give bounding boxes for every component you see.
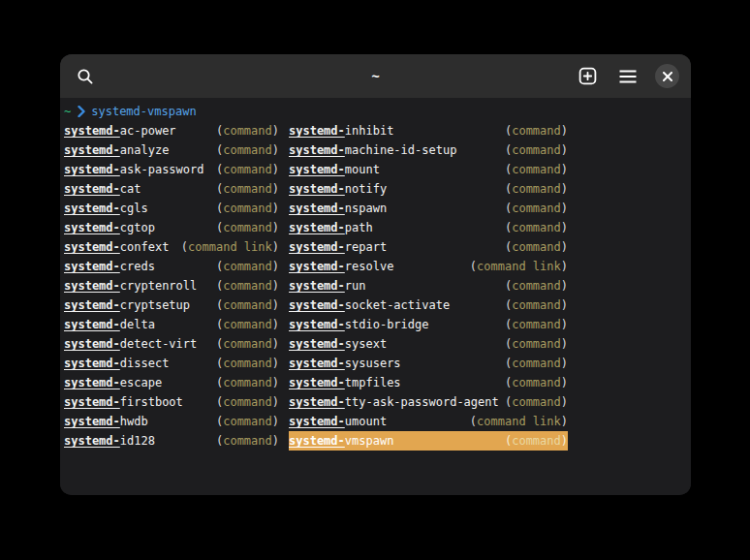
completion-item: systemd-repart(command) bbox=[289, 237, 568, 257]
typed-prefix: systemd- bbox=[289, 279, 345, 293]
close-paren: ) bbox=[272, 279, 279, 293]
completion-name: systemd-mount bbox=[289, 160, 380, 179]
annotation-label: command bbox=[223, 260, 272, 273]
completion-row: systemd-delta(command)systemd-stdio-brid… bbox=[64, 315, 691, 334]
annotation-label: command bbox=[223, 124, 272, 138]
completion-item: systemd-analyze(command) bbox=[64, 140, 279, 160]
completion-item: systemd-nspawn(command) bbox=[289, 199, 568, 218]
completion-row: systemd-id128(command)systemd-vmspawn(co… bbox=[64, 431, 691, 451]
command-suffix: mount bbox=[345, 163, 380, 176]
typed-prefix: systemd- bbox=[64, 337, 120, 351]
completion-annotation: (command) bbox=[505, 392, 568, 412]
close-paren: ) bbox=[272, 202, 279, 215]
completion-name: systemd-inhibit bbox=[289, 121, 393, 140]
prompt-chevron-icon bbox=[78, 106, 85, 117]
annotation-label: command bbox=[223, 415, 272, 428]
completion-name: systemd-tmpfiles bbox=[289, 373, 401, 392]
completion-annotation: (command) bbox=[216, 121, 279, 140]
completion-name: systemd-vmspawn bbox=[289, 431, 393, 451]
completion-name: systemd-resolve bbox=[289, 257, 393, 276]
command-suffix: analyze bbox=[120, 143, 170, 157]
completion-row: systemd-creds(command)systemd-resolve(co… bbox=[64, 257, 691, 276]
new-tab-button[interactable] bbox=[574, 63, 601, 90]
completion-annotation: (command) bbox=[505, 354, 568, 373]
completion-item: systemd-notify(command) bbox=[289, 179, 568, 199]
close-paren: ) bbox=[561, 240, 568, 254]
command-suffix: tty-ask-password-agent bbox=[345, 395, 499, 409]
completion-row: systemd-detect-virt(command)systemd-syse… bbox=[64, 334, 691, 354]
close-paren: ) bbox=[561, 143, 568, 157]
typed-prefix: systemd- bbox=[64, 124, 120, 138]
close-paren: ) bbox=[561, 163, 568, 176]
typed-prefix: systemd- bbox=[64, 415, 120, 428]
annotation-label: command bbox=[512, 124, 561, 138]
close-paren: ) bbox=[272, 337, 279, 351]
annotation-label: command link bbox=[477, 415, 561, 428]
completion-annotation: (command) bbox=[216, 354, 279, 373]
typed-prefix: systemd- bbox=[64, 395, 120, 409]
search-button[interactable] bbox=[72, 63, 99, 90]
command-suffix: sysusers bbox=[345, 357, 401, 370]
close-paren: ) bbox=[272, 163, 279, 176]
annotation-label: command bbox=[223, 337, 272, 351]
completion-name: systemd-ac-power bbox=[64, 121, 176, 140]
completion-name: systemd-machine-id-setup bbox=[289, 140, 456, 160]
completion-item: systemd-hwdb(command) bbox=[64, 412, 279, 431]
completion-name: systemd-repart bbox=[289, 237, 387, 257]
completion-item: systemd-sysusers(command) bbox=[289, 354, 568, 373]
completion-list: systemd-ac-power(command)systemd-inhibit… bbox=[64, 121, 691, 451]
completion-item: systemd-cryptsetup(command) bbox=[64, 296, 279, 315]
close-paren: ) bbox=[561, 124, 568, 138]
completion-item: systemd-creds(command) bbox=[64, 257, 279, 276]
close-button[interactable] bbox=[655, 64, 679, 88]
completion-item: systemd-confext(command link) bbox=[64, 237, 279, 257]
typed-prefix: systemd- bbox=[64, 202, 120, 215]
close-paren: ) bbox=[272, 143, 279, 157]
open-paren: ( bbox=[181, 240, 188, 254]
completion-name: systemd-dissect bbox=[64, 354, 169, 373]
typed-prefix: systemd- bbox=[64, 260, 120, 273]
typed-prefix: systemd- bbox=[289, 240, 345, 254]
menu-button[interactable] bbox=[614, 63, 641, 90]
search-icon bbox=[77, 68, 94, 85]
command-suffix: cgls bbox=[120, 202, 148, 215]
command-suffix: machine-id-setup bbox=[345, 143, 457, 157]
completion-name: systemd-nspawn bbox=[289, 199, 387, 218]
close-paren: ) bbox=[272, 395, 279, 409]
completion-name: systemd-detect-virt bbox=[64, 334, 197, 354]
completion-annotation: (command) bbox=[216, 373, 279, 392]
close-paren: ) bbox=[561, 434, 568, 448]
completion-annotation: (command) bbox=[505, 276, 568, 296]
completion-row: systemd-dissect(command)systemd-sysusers… bbox=[64, 354, 691, 373]
headerbar: ~ bbox=[60, 54, 691, 98]
close-paren: ) bbox=[272, 221, 279, 234]
typed-prefix: systemd- bbox=[289, 415, 345, 428]
new-tab-icon bbox=[578, 67, 597, 85]
command-suffix: cryptsetup bbox=[120, 298, 190, 312]
typed-prefix: systemd- bbox=[64, 279, 120, 293]
typed-prefix: systemd- bbox=[64, 221, 120, 234]
desktop-background: ~ bbox=[0, 0, 750, 560]
completion-annotation: (command) bbox=[505, 237, 568, 257]
annotation-label: command bbox=[512, 143, 561, 157]
completion-name: systemd-creds bbox=[64, 257, 155, 276]
typed-prefix: systemd- bbox=[64, 318, 120, 331]
completion-item: systemd-machine-id-setup(command) bbox=[289, 140, 568, 160]
completion-annotation: (command) bbox=[216, 179, 279, 199]
annotation-label: command bbox=[512, 434, 561, 448]
completion-annotation: (command) bbox=[216, 296, 279, 315]
terminal-screen[interactable]: ~ systemd-vmspawn systemd-ac-power(comma… bbox=[60, 98, 691, 495]
close-paren: ) bbox=[272, 260, 279, 273]
completion-annotation: (command) bbox=[505, 431, 568, 451]
completion-name: systemd-cgls bbox=[64, 199, 148, 218]
completion-name: systemd-cgtop bbox=[64, 218, 155, 237]
completion-item: systemd-inhibit(command) bbox=[289, 121, 568, 140]
prompt-cwd: ~ bbox=[64, 102, 71, 121]
completion-name: systemd-cryptsetup bbox=[64, 296, 190, 315]
command-suffix: hwdb bbox=[120, 415, 148, 428]
completion-item: systemd-path(command) bbox=[289, 218, 568, 237]
close-paren: ) bbox=[561, 337, 568, 351]
completion-name: systemd-cat bbox=[64, 179, 141, 199]
completion-annotation: (command) bbox=[216, 392, 279, 412]
command-suffix: run bbox=[345, 279, 366, 293]
